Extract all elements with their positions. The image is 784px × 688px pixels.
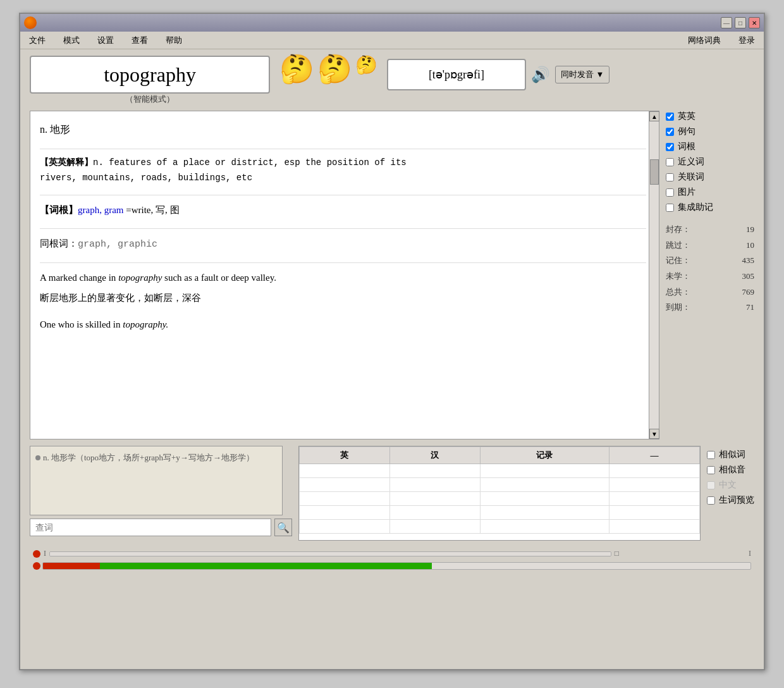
stats-jizhu-label: 记住： bbox=[666, 253, 690, 269]
progress-fill-green bbox=[100, 563, 432, 569]
emoji-area: 🤔 🤔 🤔 bbox=[279, 56, 377, 83]
dict-cognate: 同根词：graph, graphic bbox=[40, 235, 646, 253]
stats-area: 封存： 19 跳过： 10 记住： 435 未学： 305 总共： 769 bbox=[666, 222, 754, 316]
minimize-button[interactable]: — bbox=[721, 17, 732, 28]
checkbox-tupian-input[interactable] bbox=[666, 188, 674, 197]
checkbox-shengci-label: 生词预览 bbox=[719, 494, 754, 506]
right-sidebar: 英英 例句 词根 近义词 关联词 图片 bbox=[666, 111, 754, 439]
vocab-cell bbox=[609, 478, 700, 492]
checkbox-cigen: 词根 bbox=[666, 141, 754, 152]
menu-file[interactable]: 文件 bbox=[27, 34, 48, 47]
restore-button[interactable]: □ bbox=[735, 17, 746, 28]
vocab-col-cn: 汉 bbox=[389, 447, 480, 464]
dict-example2-en: One who is skilled in topography. bbox=[40, 316, 646, 333]
menu-login[interactable]: 登录 bbox=[736, 34, 757, 47]
cognate-words: graph, graphic bbox=[78, 239, 157, 250]
vocab-cell bbox=[389, 478, 480, 492]
cognate-label: 同根词： bbox=[40, 238, 78, 249]
stats-fengcun: 封存： 19 bbox=[666, 222, 754, 238]
dict-example1-en: A marked change in topography such as a … bbox=[40, 269, 646, 286]
stats-tiaoguo-label: 跳过： bbox=[666, 238, 690, 254]
stats-zongong-val: 769 bbox=[742, 285, 755, 300]
vocab-cell bbox=[300, 464, 390, 478]
progress-fill-1 bbox=[50, 552, 611, 556]
phonetic-display: [tə'pɒgrəfi] bbox=[387, 59, 526, 90]
stats-zongong: 总共： 769 bbox=[666, 285, 754, 300]
stats-weixue: 未学： 305 bbox=[666, 269, 754, 285]
scrollbar: ▲ ▼ bbox=[649, 111, 659, 439]
vocab-cell bbox=[480, 520, 609, 534]
checkbox-jinyici: 近义词 bbox=[666, 156, 754, 168]
checkbox-jicheng-input[interactable] bbox=[666, 204, 674, 212]
checkbox-jinyici-input[interactable] bbox=[666, 158, 674, 166]
progress-marker-3: I bbox=[749, 549, 751, 558]
memo-dot bbox=[35, 455, 40, 460]
dict-root: 【词根】graph, gram =write, 写, 图 bbox=[40, 202, 646, 219]
menu-help[interactable]: 帮助 bbox=[163, 34, 185, 47]
checkbox-jinyici-label: 近义词 bbox=[678, 156, 704, 168]
thinking-emoji-1: 🤔 bbox=[279, 56, 314, 83]
menu-settings[interactable]: 设置 bbox=[95, 34, 116, 47]
checkbox-liju-input[interactable] bbox=[666, 128, 674, 136]
pronounce-button[interactable]: 同时发音 ▼ bbox=[555, 66, 609, 83]
dict-content: n. 地形 【英英解释】n. features of a place or di… bbox=[30, 111, 659, 439]
progress-marker-2: □ bbox=[615, 549, 619, 558]
stats-weixue-label: 未学： bbox=[666, 269, 690, 285]
checkbox-gualianci-input[interactable] bbox=[666, 173, 674, 181]
checkbox-shengci: 生词预览 bbox=[707, 494, 754, 506]
close-button[interactable]: ✕ bbox=[749, 17, 760, 28]
checkbox-xiangsici: 相似词 bbox=[707, 449, 754, 460]
checkbox-tupian: 图片 bbox=[666, 187, 754, 198]
vocab-row-2 bbox=[300, 478, 700, 492]
checkbox-shengci-input[interactable] bbox=[707, 496, 715, 505]
dict-eng-body: n. features of a place or district, esp … bbox=[40, 157, 407, 183]
checkbox-cigen-input[interactable] bbox=[666, 143, 674, 151]
vocab-cell bbox=[300, 506, 390, 520]
scrollbar-up-btn[interactable]: ▲ bbox=[649, 111, 659, 121]
stats-tiaoguo: 跳过： 10 bbox=[666, 238, 754, 254]
checkbox-xiangsici-input[interactable] bbox=[707, 451, 715, 459]
search-input[interactable] bbox=[30, 519, 271, 536]
right-sidebar-bottom: 相似词 相似音 中文 生词预览 bbox=[707, 446, 754, 506]
menu-view[interactable]: 查看 bbox=[129, 34, 150, 47]
dict-example1-cn: 断层地形上的显著变化，如断层，深谷 bbox=[40, 290, 646, 307]
vocab-cell bbox=[300, 492, 390, 506]
menu-mode[interactable]: 模式 bbox=[61, 34, 82, 47]
checkbox-xiangsiyin-input[interactable] bbox=[707, 466, 715, 474]
speaker-icon[interactable]: 🔊 bbox=[531, 66, 550, 83]
vocab-cell bbox=[300, 520, 390, 534]
progress-bar-1-row: I □ I bbox=[30, 549, 754, 558]
search-input-row: 🔍 bbox=[30, 519, 292, 536]
progress-area: I □ I bbox=[20, 544, 764, 575]
checkbox-jicheng: 集成助记 bbox=[666, 202, 754, 213]
vocab-cell bbox=[609, 492, 700, 506]
checkbox-xiangsici-label: 相似词 bbox=[719, 449, 745, 460]
checkbox-xiangsyin: 相似音 bbox=[707, 464, 754, 476]
checkbox-yingying-input[interactable] bbox=[666, 113, 674, 121]
checkbox-gualianci-label: 关联词 bbox=[678, 171, 704, 183]
root-label: 【词根】 bbox=[40, 205, 78, 215]
progress-bar-2[interactable] bbox=[42, 562, 751, 570]
vocab-cell bbox=[609, 506, 700, 520]
checkbox-zhongwen: 中文 bbox=[707, 479, 754, 491]
titlebar: — □ ✕ bbox=[20, 14, 764, 32]
search-button[interactable]: 🔍 bbox=[274, 519, 292, 536]
progress-dot-2 bbox=[33, 562, 40, 570]
scrollbar-thumb[interactable] bbox=[650, 159, 659, 185]
root-word-graph[interactable]: graph, gram bbox=[78, 205, 123, 215]
menu-online-dict[interactable]: 网络词典 bbox=[685, 34, 723, 47]
vocab-cell bbox=[389, 464, 480, 478]
progress-track-1[interactable] bbox=[49, 551, 611, 556]
root-meaning: =write, 写, 图 bbox=[123, 205, 179, 215]
vocab-col-minus[interactable]: — bbox=[609, 447, 700, 464]
checkbox-cigen-label: 词根 bbox=[678, 141, 695, 152]
checkbox-zhongwen-input[interactable] bbox=[707, 481, 715, 489]
search-word-box[interactable]: topography bbox=[30, 56, 270, 94]
scrollbar-down-btn[interactable]: ▼ bbox=[649, 429, 659, 439]
thinking-emoji-2: 🤔 bbox=[317, 56, 352, 83]
vocab-cell bbox=[480, 478, 609, 492]
vocab-cell bbox=[389, 506, 480, 520]
checkbox-yingying: 英英 bbox=[666, 111, 754, 122]
vocab-cell bbox=[609, 520, 700, 534]
progress-marker-1: I bbox=[44, 549, 46, 558]
